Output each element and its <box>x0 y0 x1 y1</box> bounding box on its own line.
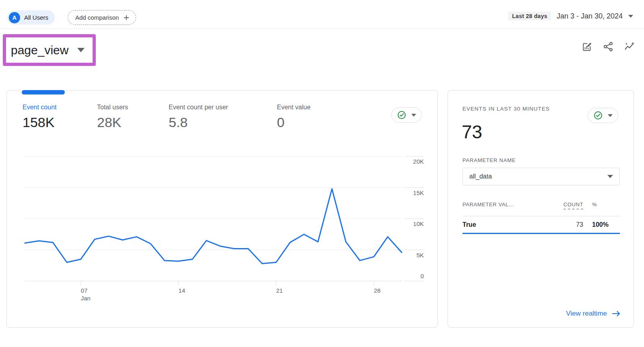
x-axis-label: 21 <box>276 287 283 294</box>
y-axis-label: 15K <box>413 189 424 196</box>
percent-cell: 100% <box>592 221 620 228</box>
x-axis-sublabel: Jan <box>81 295 91 302</box>
view-realtime-link[interactable]: View realtime <box>566 310 621 318</box>
chevron-down-icon <box>77 48 85 52</box>
parameter-select-value: all_data <box>469 173 492 180</box>
view-realtime-label: View realtime <box>566 310 607 318</box>
ga4-event-report-page: A All Users Add comparison Last 28 days … <box>0 0 644 347</box>
y-axis-label: 5K <box>417 252 424 259</box>
date-range-picker[interactable]: Last 28 days Jan 3 - Jan 30, 2024 <box>508 12 633 21</box>
table-divider <box>462 216 620 216</box>
parameter-select[interactable]: all_data <box>462 168 620 185</box>
insights-icon[interactable] <box>624 41 635 52</box>
chevron-down-icon[interactable] <box>628 15 633 18</box>
parameter-name-label: PARAMETER NAME <box>462 157 516 163</box>
x-axis-label: 28 <box>374 287 381 294</box>
highlight-box: page_view <box>3 34 96 66</box>
arrow-right-icon <box>612 310 621 317</box>
customize-report-icon[interactable] <box>581 41 592 52</box>
chevron-down-icon <box>608 114 613 117</box>
column-percent: % <box>592 201 620 207</box>
header-divider <box>0 29 644 29</box>
share-icon[interactable] <box>603 41 614 52</box>
realtime-events-card: EVENTS IN LAST 30 MINUTES 73 PARAMETER N… <box>448 90 634 328</box>
event-selector-dropdown[interactable]: page_view <box>6 43 85 57</box>
parameter-value-cell: True <box>462 221 551 228</box>
x-axis-label: 07 <box>81 287 88 294</box>
event-count-card: Event count 158K Total users 28K Event c… <box>6 90 438 328</box>
plus-icon <box>123 14 130 21</box>
event-name: page_view <box>11 43 68 57</box>
column-parameter-value: PARAMETER VAL… <box>462 201 551 207</box>
all-users-label: All Users <box>24 14 48 21</box>
avatar: A <box>9 12 20 23</box>
event-count-chart[interactable]: 05K10K15K20K07Jan142128 <box>7 90 438 328</box>
count-cell: 73 <box>551 221 583 228</box>
add-comparison-button[interactable]: Add comparison <box>68 10 136 25</box>
x-axis-label: 14 <box>178 287 185 294</box>
report-toolbar <box>581 41 635 52</box>
event-count-line <box>25 189 402 264</box>
realtime-table-header: PARAMETER VAL… COUNT % <box>462 201 620 209</box>
realtime-event-count: 73 <box>462 121 482 143</box>
check-circle-icon <box>593 111 603 120</box>
table-row[interactable]: True 73 100% <box>462 217 620 233</box>
realtime-title: EVENTS IN LAST 30 MINUTES <box>462 106 550 112</box>
y-axis-label: 20K <box>413 158 424 165</box>
date-range-value[interactable]: Jan 3 - Jan 30, 2024 <box>557 12 623 21</box>
data-quality-dropdown[interactable] <box>588 108 618 123</box>
y-axis-label: 0 <box>421 273 424 279</box>
dropdown-caret-icon <box>607 175 613 178</box>
distribution-bar <box>462 233 620 234</box>
y-axis-label: 10K <box>413 220 424 227</box>
all-users-chip[interactable]: A All Users <box>7 10 55 25</box>
column-count-sort[interactable]: COUNT <box>564 201 583 209</box>
add-comparison-label: Add comparison <box>75 14 119 21</box>
date-range-badge: Last 28 days <box>508 12 551 21</box>
